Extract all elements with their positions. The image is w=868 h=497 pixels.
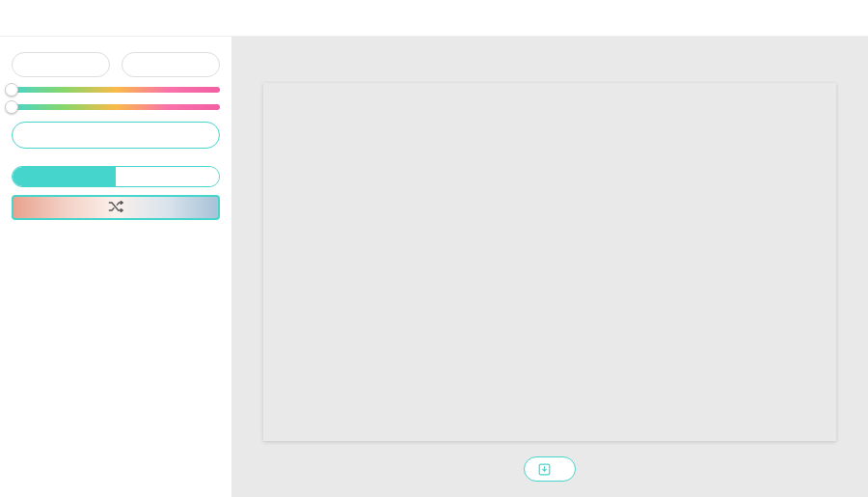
shuffle-icon xyxy=(108,201,123,215)
topbar xyxy=(0,0,868,37)
variance-thumb[interactable] xyxy=(5,83,18,97)
preview-canvas xyxy=(263,83,836,441)
variance-slider[interactable] xyxy=(12,87,220,93)
tab-custom[interactable] xyxy=(116,167,219,186)
cellsize-slider[interactable] xyxy=(12,104,220,110)
export-icon xyxy=(538,463,551,476)
height-input[interactable] xyxy=(122,52,220,77)
palette-shuffle-button[interactable] xyxy=(12,195,220,220)
cellsize-thumb[interactable] xyxy=(5,100,18,114)
tab-colorbrewer[interactable] xyxy=(13,167,116,186)
export-button[interactable] xyxy=(524,456,576,482)
sidebar xyxy=(0,37,231,497)
width-input[interactable] xyxy=(12,52,110,77)
palette-tabs xyxy=(12,166,220,187)
randomize-button[interactable] xyxy=(12,122,220,149)
canvas-area xyxy=(231,37,868,497)
